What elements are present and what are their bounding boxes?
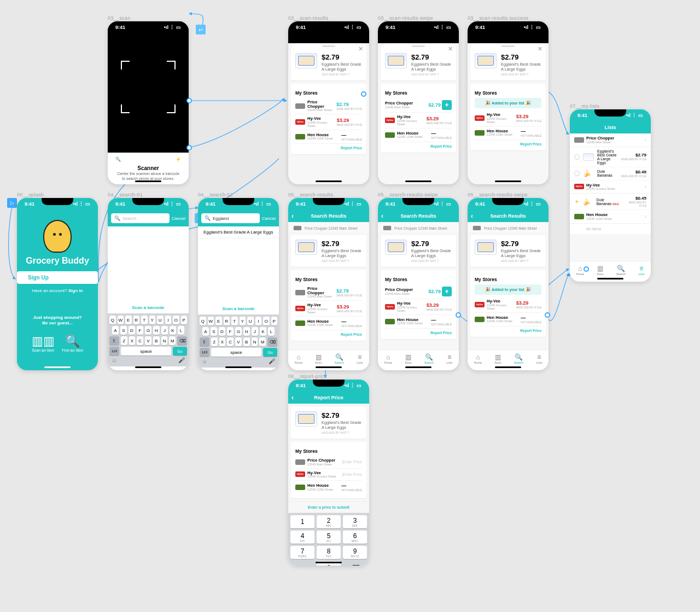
letter-key[interactable]: A <box>202 327 209 336</box>
scan-barcode-link[interactable]: Scan a barcode <box>198 303 279 314</box>
backspace-key[interactable]: ⌫ <box>177 336 187 345</box>
letter-key[interactable]: Y <box>149 316 156 324</box>
store-row[interactable]: Hen House12345 119th Street —NOT AVAILAB… <box>295 130 362 144</box>
num-key[interactable]: 5JKL <box>317 531 341 544</box>
letter-key[interactable]: E <box>215 317 222 325</box>
letter-key[interactable]: E <box>125 316 132 324</box>
report-price-link[interactable]: Report Price <box>295 144 362 150</box>
letter-key[interactable]: H <box>243 327 250 336</box>
keyboard[interactable]: QWERTYUIOP ASDFGHJKL ⇧ZXCVBNM⌫ 123spaceG… <box>198 314 279 368</box>
letter-key[interactable]: N <box>252 337 258 346</box>
close-icon[interactable]: ✕ <box>448 45 453 53</box>
letter-key[interactable]: W <box>118 316 124 324</box>
list-store-header[interactable]: Price Chopper12345 Main Street› <box>570 133 651 147</box>
letter-key[interactable]: G <box>235 327 242 336</box>
tab-search[interactable]: 🔍Search <box>616 265 626 276</box>
letter-key[interactable]: V <box>145 336 151 345</box>
num-key[interactable]: 9WXYZ <box>343 546 367 559</box>
letter-key[interactable]: C <box>227 337 234 346</box>
numeric-keypad[interactable]: 1 2ABC 3DEF 4GHI 5JKL 6MNO 7PQRS 8TUV 9W… <box>288 513 369 566</box>
num-key[interactable]: 8TUV <box>317 546 341 559</box>
num-key[interactable]: 7PQRS <box>290 546 314 559</box>
tab-home[interactable]: ⌂Home <box>576 265 585 276</box>
back-icon[interactable]: ‹ <box>291 212 294 220</box>
store-row[interactable]: Price Chopper12345 Main Street $2.79SAVE… <box>295 98 362 114</box>
price-entry-row[interactable]: Price Chopper12345 Main Street[Enter Pri… <box>295 456 362 469</box>
letter-key[interactable]: H <box>153 326 160 335</box>
cancel-button[interactable]: Cancel <box>262 216 276 221</box>
mic-key[interactable]: 🎤 <box>178 357 185 363</box>
delete-key[interactable]: ⌫ <box>343 561 367 566</box>
scan-barcode-link[interactable]: Scan a barcode <box>108 302 189 313</box>
letter-key[interactable]: S <box>120 326 127 335</box>
submit-price-button[interactable]: Enter a price to submit <box>288 502 369 513</box>
signup-button[interactable]: Sign Up <box>17 271 98 284</box>
letter-key[interactable]: A <box>112 326 119 335</box>
list-item[interactable]: 🍌Dole Bananas$0.49SAVE ADD BY KYLE <box>570 167 651 180</box>
add-to-list-button[interactable]: + <box>442 100 452 110</box>
letter-key[interactable]: R <box>133 316 140 324</box>
store-row[interactable]: HyVee Hy-Vee12345 Grocery Street $3.29MA… <box>295 114 362 130</box>
letter-key[interactable]: I <box>165 316 172 324</box>
close-icon[interactable]: ✕ <box>538 45 542 53</box>
list-store-header[interactable]: Hen House12345 119th Street› <box>570 210 651 224</box>
letter-key[interactable]: D <box>129 326 135 335</box>
checkbox[interactable] <box>574 154 580 160</box>
loop-badge-scan[interactable]: ↩ <box>196 25 206 34</box>
tab-home[interactable]: ⌂Home <box>295 353 303 364</box>
enter-price-field[interactable]: [Enter Price <box>342 473 362 476</box>
drag-handle-icon[interactable] <box>322 45 335 47</box>
letter-key[interactable]: T <box>141 316 148 324</box>
letter-key[interactable]: U <box>157 316 164 324</box>
tab-scan[interactable]: ▥Scan <box>597 265 604 276</box>
num-key[interactable]: 2ABC <box>317 515 341 528</box>
letter-key[interactable]: J <box>252 327 258 336</box>
go-key[interactable]: Go <box>173 347 187 355</box>
num-key[interactable]: 6MNO <box>343 531 367 544</box>
numeric-key[interactable]: 123 <box>109 347 119 355</box>
price-entry-row[interactable]: HyVeeHy-Vee12345 Grocery Street[Enter Pr… <box>295 469 362 481</box>
letter-key[interactable]: T <box>231 317 238 325</box>
letter-key[interactable]: M <box>259 337 266 346</box>
back-icon[interactable]: ‹ <box>471 212 473 220</box>
num-key[interactable]: 3DEF <box>343 515 367 528</box>
letter-key[interactable]: Z <box>121 336 127 345</box>
tab-scan[interactable]: ▥Scan <box>315 353 322 364</box>
num-key[interactable]: 4GHI <box>290 531 314 544</box>
letter-key[interactable]: R <box>224 317 230 325</box>
letter-key[interactable]: L <box>178 326 184 335</box>
letter-key[interactable]: U <box>247 317 254 325</box>
num-key[interactable]: 1 <box>290 515 314 528</box>
letter-key[interactable]: F <box>227 327 234 336</box>
letter-key[interactable]: Y <box>240 317 246 325</box>
list-store-header[interactable]: HyVeeHy-Vee12345 Grocery Street› <box>570 180 651 194</box>
search-suggestion[interactable]: Eggland's Best Grade A Large Eggs <box>198 226 279 238</box>
letter-key[interactable]: L <box>268 327 275 336</box>
tab-lists[interactable]: ≡Lists <box>357 353 363 364</box>
letter-key[interactable]: N <box>161 336 168 345</box>
space-key[interactable]: space <box>121 347 171 355</box>
add-icon[interactable]: + <box>574 198 579 206</box>
letter-key[interactable]: D <box>219 327 225 336</box>
tab-lists[interactable]: ≡Lists <box>638 265 644 276</box>
letter-key[interactable]: V <box>235 337 242 346</box>
scan-item-button[interactable]: ▥▥Scan an Item <box>32 334 55 352</box>
enter-price-field[interactable]: [Enter Price <box>342 460 362 464</box>
letter-key[interactable]: S <box>211 327 217 336</box>
signin-link[interactable]: Have an account? Sign In <box>17 288 98 293</box>
cancel-button[interactable]: Cancel <box>172 216 185 221</box>
letter-key[interactable]: C <box>137 336 143 345</box>
store-row-swiped[interactable]: Price Chopper12345 Main Street $2.79 + <box>385 98 452 113</box>
search-input[interactable]: 🔍Eggland <box>201 213 260 223</box>
letter-key[interactable]: K <box>260 327 266 336</box>
price-entry-row[interactable]: Hen House12345 119th Street—NOT AVAILABL… <box>295 481 362 494</box>
letter-key[interactable]: M <box>169 336 176 345</box>
letter-key[interactable]: Q <box>109 316 116 324</box>
letter-key[interactable]: Z <box>211 337 218 346</box>
letter-key[interactable]: J <box>161 326 168 335</box>
letter-key[interactable]: O <box>263 317 270 325</box>
letter-key[interactable]: X <box>129 336 136 345</box>
letter-key[interactable]: G <box>145 326 151 335</box>
letter-key[interactable]: W <box>208 317 214 325</box>
list-item[interactable]: +🍌Dole BananasSALE$0.45MAID ADD BY KYLE <box>570 194 651 210</box>
